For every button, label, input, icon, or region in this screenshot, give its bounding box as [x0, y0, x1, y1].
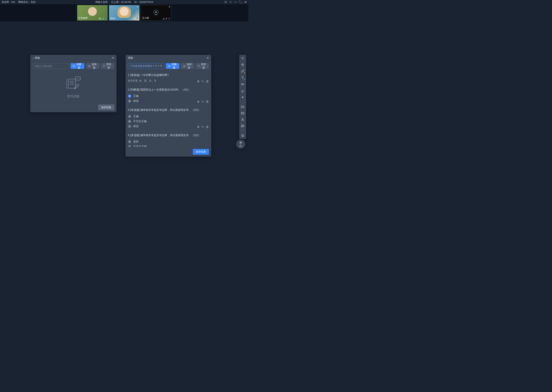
svg-rect-7 — [103, 18, 103, 20]
course-title: 神秘大自然 — [95, 0, 108, 4]
judge-type-button[interactable]: ☑判断题 — [166, 63, 179, 69]
minimize-icon[interactable] — [234, 1, 237, 3]
option-label: 正确 — [133, 115, 138, 118]
svg-rect-22 — [169, 18, 170, 19]
back-icon[interactable]: ‹ — [33, 56, 34, 60]
edit-icon[interactable]: ✎ — [202, 100, 204, 104]
video-tile-teacher[interactable]: 叮当老师 — [77, 5, 108, 21]
question-option[interactable]: C错误 — [128, 124, 209, 129]
choice-type-button[interactable]: ◎选择题 — [86, 63, 100, 69]
elapsed-time: 已上课：02:34:09 — [111, 0, 131, 4]
save-quiz-button[interactable]: 保存试卷 — [98, 105, 114, 110]
svg-point-39 — [242, 126, 243, 126]
question-option[interactable]: B不完全正确 — [128, 119, 209, 124]
question-option[interactable]: A正确 — [128, 94, 209, 98]
bell-tool-icon[interactable] — [241, 133, 245, 137]
close-icon[interactable] — [244, 1, 247, 3]
session-id: ID：2020070324 — [134, 0, 153, 4]
svg-point-4 — [100, 18, 100, 19]
svg-rect-17 — [163, 19, 163, 20]
laser-tool-icon[interactable] — [241, 95, 245, 99]
empty-illustration-icon — [65, 75, 82, 92]
svg-point-34 — [242, 97, 243, 98]
option-letter: B — [128, 99, 131, 103]
mic-icon — [136, 17, 138, 20]
option-letter: B — [128, 145, 131, 147]
empty-state: 暂无试题 — [33, 71, 114, 102]
quiz-name-input[interactable] — [33, 63, 69, 69]
mic-muted-icon — [165, 17, 167, 20]
pointer-tool-icon[interactable] — [241, 56, 245, 60]
delete-icon[interactable]: 🗑 — [206, 125, 209, 129]
move-icon[interactable]: ✥ — [197, 100, 200, 104]
svg-rect-18 — [163, 18, 164, 20]
svg-rect-6 — [102, 19, 102, 20]
video-close-icon[interactable]: ✕ — [137, 6, 138, 8]
close-icon[interactable]: ✕ — [112, 56, 114, 60]
folder-tool-icon[interactable] — [241, 105, 245, 109]
settings-icon[interactable] — [229, 1, 232, 3]
hand-icon — [239, 141, 242, 145]
chat-tool-icon[interactable] — [241, 124, 245, 128]
short-type-button[interactable]: T简答题 — [196, 63, 209, 69]
user-tool-icon[interactable] — [241, 118, 245, 122]
svg-point-40 — [243, 126, 243, 126]
raise-hand-button[interactable]: 0/2 — [236, 140, 245, 149]
video-close-icon[interactable]: ✕ — [168, 6, 170, 8]
judge-type-button[interactable]: ☑判断题 — [71, 63, 84, 69]
question-option[interactable]: B错误 — [128, 98, 209, 104]
move-tool-icon[interactable] — [241, 63, 245, 67]
signal-icon — [102, 17, 104, 20]
svg-rect-8 — [103, 18, 104, 20]
question-item: 3 [单选题] 施华洛世奇是反华品牌，所以梁鼎琪反华。（2分）A正确B不完全正确… — [128, 106, 209, 131]
option-letter: B — [128, 120, 131, 123]
video-strip: 叮当老师 ✕ Nina ✕ 王小明 — [0, 4, 248, 21]
option-label: 错误 — [133, 125, 138, 128]
quiz-panel-filled: 测验 ✕ ☑判断题 ◎选择题 T简答题 1 [简答题] 一年四季分别是哪四季?参… — [125, 55, 211, 157]
question-item: 2 [判断题] 我国宪法上一次更新是在2020年。（2分）A正确B错误✥✎🗑 — [128, 85, 209, 106]
topbar: 丢包率：0% 网络状态：良好 神秘大自然 已上课：02:34:09 ID：202… — [0, 0, 248, 4]
mic-icon — [168, 17, 170, 20]
edit-icon[interactable]: ✎ — [202, 125, 204, 129]
empty-text: 暂无试题 — [67, 94, 80, 98]
question-item: 4 [多选题] 施华洛世奇是反华品牌，所以梁鼎琪反华。（2分）A是的B不完全正确… — [128, 131, 209, 147]
move-icon[interactable]: ✥ — [197, 125, 200, 129]
maximize-icon[interactable] — [239, 1, 242, 3]
delete-icon[interactable]: 🗑 — [206, 100, 209, 104]
question-option[interactable]: A是的 — [128, 139, 209, 144]
short-type-button[interactable]: T简答题 — [101, 63, 114, 69]
svg-point-28 — [77, 78, 77, 79]
scissors-tool-icon[interactable] — [241, 82, 245, 86]
question-title: 1 [简答题] 一年四季分别是哪四季? — [128, 73, 209, 77]
question-option[interactable]: B不完全正确 — [128, 144, 209, 147]
edit-icon[interactable]: ✎ — [202, 80, 204, 83]
media-tool-icon[interactable] — [241, 111, 245, 115]
eraser-tool-icon[interactable] — [241, 89, 245, 93]
delete-icon[interactable]: 🗑 — [206, 80, 209, 83]
camera-toggle-icon[interactable] — [224, 1, 227, 3]
svg-point-38 — [242, 126, 242, 126]
video-tile-student[interactable]: ✕ 王小明 — [141, 5, 171, 21]
network-status: 网络状态：良好 — [18, 0, 36, 4]
mic-icon — [104, 17, 107, 20]
pen-tool-icon[interactable] — [241, 69, 245, 73]
svg-rect-0 — [224, 1, 226, 3]
close-icon[interactable]: ✕ — [206, 56, 209, 60]
svg-point-1 — [230, 2, 231, 2]
svg-rect-16 — [162, 19, 163, 20]
choice-type-button[interactable]: ◎选择题 — [181, 63, 194, 69]
option-letter: C — [128, 125, 131, 128]
save-quiz-button[interactable]: 保存试卷 — [193, 149, 209, 155]
quiz-name-input[interactable] — [128, 63, 164, 69]
svg-rect-15 — [155, 14, 157, 15]
question-item: 1 [简答题] 一年四季分别是哪四季?参考答案: 春、夏、秋、冬✥✎🗑 — [128, 71, 209, 85]
question-option[interactable]: A正确 — [128, 114, 209, 119]
text-tool-icon[interactable] — [241, 76, 245, 80]
move-icon[interactable]: ✥ — [197, 80, 200, 83]
packet-loss: 丢包率：0% — [1, 0, 15, 4]
svg-rect-12 — [137, 18, 138, 19]
svg-point-14 — [155, 11, 157, 13]
camera-off-icon — [153, 9, 160, 15]
option-letter: A — [128, 115, 131, 118]
video-tile-student[interactable]: ✕ Nina — [109, 5, 139, 21]
